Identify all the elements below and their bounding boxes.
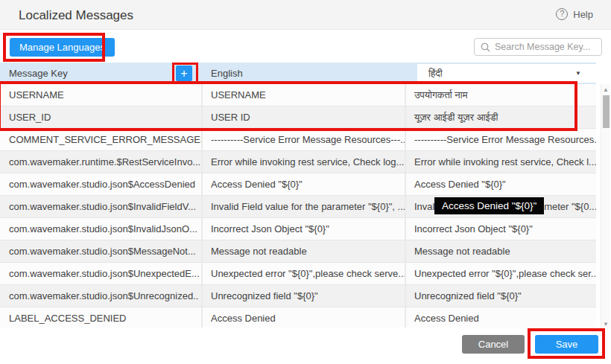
cell-translation[interactable]: Message not readable [406,240,596,262]
cell-message-key: com.wavemaker.studio.json$InvalidJsonO..… [0,218,203,240]
cell-english[interactable]: Error while invoking rest service, Check… [203,151,406,173]
cell-english[interactable]: Access Denied "${0}" [203,173,406,195]
cell-english[interactable]: Access Denied [203,307,406,328]
cell-translation[interactable]: Error while invoking rest service, Check… [406,151,596,173]
table-row[interactable]: LABEL_ACCESS_DENIED Access Denied Access… [0,307,596,328]
page-title: Localized Messages [19,8,133,23]
cell-message-key: com.wavemaker.studio.json$InvalidFieldV.… [0,196,203,217]
cell-english[interactable]: USER ID [203,106,406,128]
help-icon: ? [556,8,568,20]
cell-english[interactable]: Unexpected error "${0}",please check ser… [203,263,406,284]
cell-english[interactable]: USERNAME [203,84,406,106]
search-icon [481,42,490,52]
help-button[interactable]: ? Help [556,8,593,20]
cell-message-key: COMMENT_SERVICE_ERROR_MESSAGES [0,129,203,150]
cell-message-key: com.wavemaker.studio.json$MessageNot... [0,240,203,262]
chevron-down-icon: ▼ [575,70,581,77]
search-box[interactable] [474,38,602,56]
cell-translation[interactable]: Unrecognized field "${0}" [406,285,596,307]
table-row[interactable]: COMMENT_SERVICE_ERROR_MESSAGES ---------… [0,129,596,151]
cell-english[interactable]: Message not readable [203,240,406,262]
cell-english[interactable]: Invalid Field value for the parameter "$… [203,196,406,217]
cell-message-key: USER_ID [0,106,203,128]
cell-translation[interactable]: यूज़र आईडी यूज़र आईडी [406,106,596,128]
cell-message-key: com.wavemaker.studio.json$Unrecognized.. [0,285,203,307]
column-header-english: English [211,63,243,84]
table-row[interactable]: com.wavemaker.studio.json$MessageNot... … [0,240,596,263]
cell-translation[interactable]: Access Denied [406,307,596,328]
vertical-scrollbar[interactable]: ▲ ▼ [601,84,610,330]
table-row[interactable]: com.wavemaker.studio.json$Unrecognized..… [0,285,596,307]
cancel-button[interactable]: Cancel [462,335,525,354]
scrollbar-thumb[interactable] [603,95,610,128]
top-bar: Localized Messages ? Help [0,0,611,30]
table-row[interactable]: com.wavemaker.runtime.$RestServiceInvo..… [0,151,596,173]
column-header-message-key: Message Key [9,63,68,84]
cell-english[interactable]: Unrecognized field "${0}" [203,285,406,307]
cell-translation[interactable]: Incorrect Json Object "${0}" [406,218,596,240]
language-select[interactable]: हिंदी ▼ [417,64,602,83]
cell-message-key: LABEL_ACCESS_DENIED [0,307,203,328]
add-message-key-button[interactable]: + [176,66,192,81]
scroll-up-icon[interactable]: ▲ [601,86,610,93]
table-row[interactable]: USERNAME USERNAME उपयोगकर्ता नाम [0,84,596,106]
localized-messages-dialog: Localized Messages ? Help Manage Languag… [0,0,611,364]
cell-message-key: USERNAME [0,84,203,106]
cell-translation[interactable]: ----------Service Error Message Resource… [406,129,596,150]
cell-message-key: com.wavemaker.runtime.$RestServiceInvo..… [0,151,203,173]
language-select-value: हिंदी [428,68,443,80]
manage-languages-button[interactable]: Manage Languages [10,38,115,57]
cell-english[interactable]: Incorrect Json Object "${0}" [203,218,406,240]
search-input[interactable] [495,42,595,52]
table-row[interactable]: com.wavemaker.studio.json$InvalidJsonO..… [0,218,596,240]
cell-translation[interactable]: Unexpected error "${0}",please check ser… [406,263,596,284]
cell-message-key: com.wavemaker.studio.json$AccessDenied [0,173,203,195]
help-label: Help [573,9,593,20]
access-denied-tooltip: Access Denied "${0}" [434,197,544,214]
table-row[interactable]: USER_ID USER ID यूज़र आईडी यूज़र आईडी [0,106,596,129]
cell-translation[interactable]: उपयोगकर्ता नाम [406,84,596,106]
cell-message-key: com.wavemaker.studio.json$UnexpectedE... [0,263,203,284]
table-header: Message Key + English हिंदी ▼ [0,63,596,84]
save-button[interactable]: Save [535,335,598,354]
cell-english[interactable]: ----------Service Error Message Resource… [203,129,406,150]
cell-translation[interactable]: Access Denied "${0}" [406,173,596,195]
scroll-down-icon[interactable]: ▼ [601,321,610,328]
table-row[interactable]: com.wavemaker.studio.json$AccessDenied A… [0,173,596,196]
table-row[interactable]: com.wavemaker.studio.json$UnexpectedE...… [0,263,596,285]
